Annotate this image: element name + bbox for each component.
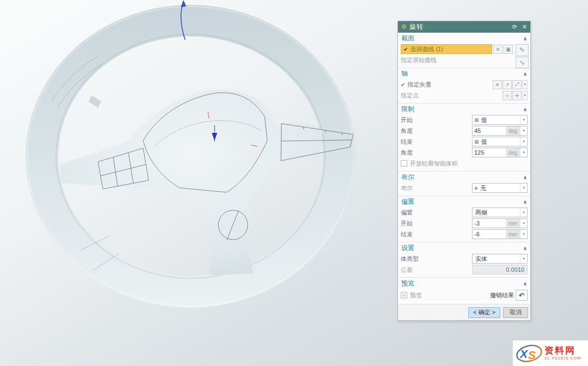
dropdown-arrow-icon[interactable]: ▾ <box>520 115 527 124</box>
dropdown-arrow-icon[interactable]: ▾ <box>520 126 527 135</box>
tolerance-label: 公差 <box>401 266 413 274</box>
boolean-group: 布尔 ∧ 布尔 ◈ 无 ▾ <box>398 171 530 196</box>
offset-group-header[interactable]: 偏置 ∧ <box>398 197 530 207</box>
preview-group-header[interactable]: 预览 ∧ <box>398 278 530 289</box>
body-type-dropdown[interactable]: 实体 ▾ <box>472 254 528 264</box>
dropdown-arrow-icon[interactable]: ▾ <box>520 254 527 263</box>
tolerance-field[interactable]: 0.0010 <box>472 265 528 274</box>
boolean-none-icon: ◈ <box>474 185 478 191</box>
undo-result-button[interactable]: ↶ <box>516 290 528 301</box>
dropdown-arrow-icon[interactable]: ▾ <box>520 137 527 146</box>
dropdown-arrow-icon[interactable]: ▾ <box>520 208 527 217</box>
boolean-group-header[interactable]: 布尔 ∧ <box>398 172 530 182</box>
chevron-up-icon[interactable]: ∧ <box>523 246 527 251</box>
offset-start-unit: mm <box>506 219 520 228</box>
select-curve-label: 选择曲线 (1) <box>410 45 443 53</box>
check-icon: ✔ <box>401 82 405 88</box>
section-tool-buttons: ✎ ∿ <box>516 44 529 69</box>
offset-start-label: 开始 <box>401 219 413 228</box>
reset-icon[interactable]: ⟳ <box>512 24 517 30</box>
offset-group-title: 偏置 <box>401 197 414 206</box>
offset-mode-value: 两侧 <box>473 209 520 217</box>
select-curve-field[interactable]: ✔ 选择曲线 (1) <box>401 44 492 54</box>
sketch-section-button[interactable]: ✎ <box>516 44 529 56</box>
limits-end-label: 结束 <box>401 138 413 146</box>
value-icon: ▦ <box>474 117 479 123</box>
chevron-up-icon[interactable]: ∧ <box>523 71 527 77</box>
open-profile-checkbox[interactable] <box>401 160 407 167</box>
offset-end-input[interactable]: -6 <box>473 231 506 237</box>
limits-start-mode-value: 值 <box>480 116 520 124</box>
undo-result-label: 撤销结果 <box>490 291 514 300</box>
3d-viewport[interactable] <box>0 0 397 366</box>
check-icon: ✔ <box>403 46 408 52</box>
chevron-up-icon[interactable]: ∧ <box>523 107 527 112</box>
preview-checkbox-label: 预览 <box>410 291 422 300</box>
specify-point-label[interactable]: 指定点 <box>401 91 419 100</box>
point-button[interactable]: ✛ <box>512 91 522 100</box>
limits-start-angle-input[interactable]: 45 <box>473 127 506 134</box>
dialog-titlebar[interactable]: ⚙ 旋转 ⟳ ✕ <box>398 21 530 33</box>
settings-group-header[interactable]: 设置 ∧ <box>398 243 530 253</box>
limits-end-mode-dropdown[interactable]: ▦ 值 ▾ <box>472 137 528 147</box>
tolerance-value: 0.0010 <box>506 266 524 273</box>
undo-icon: ↶ <box>519 291 525 300</box>
vector-options-arrow[interactable]: ▾ <box>522 80 528 89</box>
vector-buttons: ✕ ↗ ⤢ ▾ <box>492 80 528 89</box>
limits-group: 限制 ∧ 开始 ▦ 值 ▾ 角度 45 <box>398 103 530 171</box>
axis-group-header[interactable]: 轴 ∧ <box>398 69 530 79</box>
preview-checkbox[interactable]: ✓ <box>401 292 407 298</box>
point-options-arrow[interactable]: ▾ <box>522 91 528 100</box>
chevron-up-icon[interactable]: ∧ <box>523 175 527 180</box>
dropdown-arrow-icon[interactable]: ▾ <box>520 184 527 192</box>
nx-application-window: ⚙ 旋转 ⟳ ✕ 截面 ∧ ✔ 选择曲线 (1) ✕ ▣ <box>0 0 588 366</box>
dialog-title: 旋转 <box>409 22 507 32</box>
settings-group: 设置 ∧ 体类型 实体 ▾ 公差 0.0010 <box>398 242 530 277</box>
specify-vector-label[interactable]: 指定矢量 <box>407 81 431 89</box>
curve-button[interactable]: ∿ <box>516 57 529 69</box>
rim-notch <box>89 95 101 108</box>
deselect-button[interactable]: ✕ <box>493 45 503 54</box>
limits-end-mode-value: 值 <box>480 138 520 146</box>
revolve-dialog: ⚙ 旋转 ⟳ ✕ 截面 ∧ ✔ 选择曲线 (1) ✕ ▣ <box>397 21 531 321</box>
chevron-up-icon[interactable]: ∧ <box>523 281 527 286</box>
watermark-logo: X S <box>516 343 543 364</box>
vector-dialog-button[interactable]: ⤢ <box>512 80 522 89</box>
body-type-label: 体类型 <box>401 255 419 263</box>
limits-group-title: 限制 <box>401 105 414 114</box>
inferred-vector-button[interactable]: ↗ <box>503 80 512 89</box>
point-buttons: ⊹ ✛ ▾ <box>502 91 528 100</box>
limits-start-angle-label: 角度 <box>401 127 413 135</box>
offset-mode-label: 偏置 <box>401 209 413 217</box>
boolean-group-title: 布尔 <box>401 173 414 182</box>
limits-start-angle-unit: deg <box>506 126 520 135</box>
settings-group-title: 设置 <box>401 243 414 253</box>
limits-start-label: 开始 <box>401 116 413 124</box>
deselect-vector-button[interactable]: ✕ <box>493 80 502 89</box>
dropdown-arrow-icon[interactable]: ▾ <box>520 230 527 239</box>
ok-button[interactable]: < 确定 > <box>468 307 500 318</box>
limits-end-angle-input[interactable]: 125 <box>473 149 506 156</box>
limits-end-angle-field: 125 deg ▾ <box>472 148 528 157</box>
section-group: 截面 ∧ ✔ 选择曲线 (1) ✕ ▣ 指定原始曲线 ✎ ∿ <box>398 33 530 68</box>
limits-end-angle-unit: deg <box>506 148 520 157</box>
boolean-dropdown[interactable]: ◈ 无 ▾ <box>472 183 528 193</box>
offset-mode-dropdown[interactable]: 两侧 ▾ <box>472 208 528 217</box>
point-dialog-button[interactable]: ⊹ <box>503 91 512 100</box>
watermark: X S 资料网 ZL.XS1616.COM <box>513 340 588 366</box>
cancel-button[interactable]: 取消 <box>503 307 528 318</box>
close-icon[interactable]: ✕ <box>522 24 527 30</box>
chevron-up-icon[interactable]: ∧ <box>523 199 527 205</box>
section-group-header[interactable]: 截面 ∧ <box>398 33 530 44</box>
limits-start-mode-dropdown[interactable]: ▦ 值 ▾ <box>472 115 528 125</box>
dropdown-arrow-icon[interactable]: ▾ <box>520 148 527 157</box>
chevron-up-icon[interactable]: ∧ <box>523 36 527 41</box>
specify-origin-curve-label[interactable]: 指定原始曲线 <box>401 56 437 64</box>
offset-start-input[interactable]: -3 <box>473 220 506 227</box>
limits-group-header[interactable]: 限制 ∧ <box>398 104 530 114</box>
dropdown-arrow-icon[interactable]: ▾ <box>520 219 527 228</box>
watermark-logo-x: X <box>519 347 529 360</box>
gear-icon: ⚙ <box>401 23 407 30</box>
section-list-button[interactable]: ▣ <box>504 45 513 54</box>
offset-end-field: -6 mm ▾ <box>472 229 528 239</box>
